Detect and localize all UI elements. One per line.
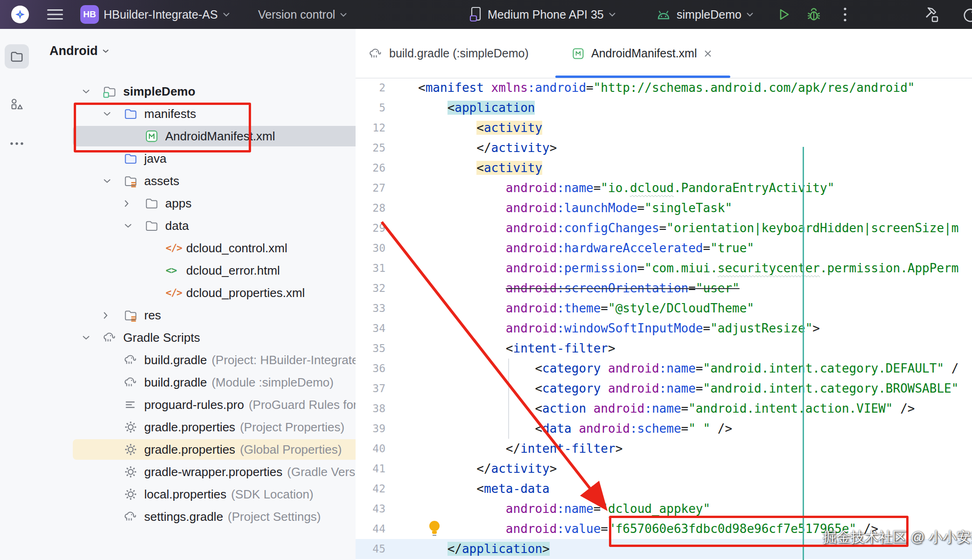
- code-area[interactable]: 2<manifest xmlns:android="http://schemas…: [356, 78, 972, 559]
- line-number: 28: [356, 198, 389, 218]
- app-logo-button[interactable]: [11, 6, 29, 23]
- chevron-down-icon[interactable]: [103, 111, 124, 117]
- line-number: 5: [356, 98, 389, 118]
- tree-item-simpledemo[interactable]: simpleDemo: [34, 80, 356, 103]
- tree-item-build-gradle[interactable]: build.gradle(Module :simpleDemo): [34, 371, 356, 394]
- code-line-38[interactable]: 38 <action android:name="android.intent.…: [356, 399, 972, 419]
- tree-item-assets[interactable]: assets: [34, 170, 356, 192]
- tree-item-manifests[interactable]: manifests: [34, 103, 356, 125]
- chevron-down-icon[interactable]: [103, 179, 124, 184]
- code-text: android:permission="com.miui.securitycen…: [389, 258, 958, 278]
- code-line-2[interactable]: 2<manifest xmlns:android="http://schemas…: [356, 78, 972, 98]
- folder-gray-icon: [145, 196, 165, 210]
- more-tool-windows-button[interactable]: [5, 131, 29, 156]
- code-line-30[interactable]: 30 android:hardwareAccelerated="true": [356, 238, 972, 258]
- project-view-selector[interactable]: Android: [49, 44, 109, 58]
- gradle-elephant-icon: [124, 510, 144, 524]
- code-line-12[interactable]: 12 <activity: [356, 118, 972, 138]
- close-icon[interactable]: [703, 49, 713, 58]
- tree-item-gradle-properties[interactable]: gradle.properties(Global Properties): [34, 438, 356, 461]
- more-actions-button[interactable]: [843, 6, 847, 23]
- code-line-41[interactable]: 41 </activity>: [356, 459, 972, 479]
- line-number: 26: [356, 158, 389, 178]
- tree-item-label: Gradle Scripts: [123, 331, 200, 345]
- tree-item-res[interactable]: res: [34, 304, 356, 326]
- resource-manager-tool-button[interactable]: [5, 92, 29, 117]
- code-line-32[interactable]: 32 android:screenOrientation="user": [356, 278, 972, 298]
- gradle-elephant-icon: [369, 47, 383, 61]
- chevron-right-icon[interactable]: [124, 200, 145, 207]
- code-line-39[interactable]: 39 <data android:scheme=" " />: [356, 419, 972, 439]
- tree-item-dcloud-control-xml[interactable]: </>dcloud_control.xml: [34, 237, 356, 259]
- tree-item-proguard-rules-pro[interactable]: proguard-rules.pro(ProGuard Rules for ":…: [34, 394, 356, 416]
- tree-item-label: dcloud_error.html: [186, 263, 280, 278]
- code-line-40[interactable]: 40 </intent-filter>: [356, 439, 972, 459]
- chevron-right-icon[interactable]: [103, 311, 124, 319]
- chevron-down-icon[interactable]: [82, 335, 103, 340]
- code-line-34[interactable]: 34 android:windowSoftInputMode="adjustRe…: [356, 318, 972, 339]
- folder-blue-icon: [124, 152, 144, 166]
- run-config-selector[interactable]: simpleDemo: [655, 7, 754, 21]
- line-number: 39: [356, 419, 389, 439]
- proguard-lines-icon: [124, 398, 144, 411]
- code-line-43[interactable]: 43 android:name="dcloud_appkey": [356, 499, 972, 519]
- line-number: 38: [356, 399, 389, 419]
- tree-item-label: assets: [144, 174, 179, 188]
- tree-item-gradle-scripts[interactable]: Gradle Scripts: [34, 326, 356, 349]
- chevron-down-icon[interactable]: [124, 223, 145, 228]
- code-line-29[interactable]: 29 android:configChanges="orientation|ke…: [356, 218, 972, 238]
- code-line-36[interactable]: 36 <category android:name="android.inten…: [356, 359, 972, 379]
- tree-item-label: AndroidManifest.xml: [165, 129, 275, 144]
- tab-androidmanifest[interactable]: AndroidManifest.xml: [572, 29, 713, 78]
- project-badge: HB: [80, 5, 99, 24]
- code-line-5[interactable]: 5 <application: [356, 98, 972, 118]
- tree-item-dcloud-error-html[interactable]: <>dcloud_error.html: [34, 259, 356, 282]
- line-number: 45: [356, 539, 389, 559]
- code-line-31[interactable]: 31 android:permission="com.miui.security…: [356, 258, 972, 278]
- tree-item-build-gradle[interactable]: build.gradle(Project: HBuilder-Integrate…: [34, 349, 356, 371]
- tree-item-annotation: (Module :simpleDemo): [211, 375, 334, 390]
- debug-button[interactable]: [805, 6, 822, 23]
- tree-item-androidmanifest-xml[interactable]: AndroidManifest.xml: [34, 125, 356, 147]
- gear-icon: [124, 442, 144, 456]
- tree-item-data[interactable]: data: [34, 214, 356, 237]
- gear-icon: [124, 487, 144, 501]
- more-vertical-icon: [843, 6, 847, 23]
- code-line-35[interactable]: 35 <intent-filter>: [356, 339, 972, 359]
- code-line-37[interactable]: 37 <category android:name="android.inten…: [356, 379, 972, 399]
- build-button[interactable]: [922, 5, 941, 24]
- project-widget[interactable]: HB HBuilder-Integrate-AS: [80, 5, 230, 24]
- code-line-27[interactable]: 27 android:name="io.dcloud.PandoraEntryA…: [356, 178, 972, 198]
- code-line-25[interactable]: 25 </activity>: [356, 138, 972, 158]
- tree-item-apps[interactable]: apps: [34, 192, 356, 214]
- tab-build-gradle[interactable]: build.gradle (:simpleDemo): [369, 29, 529, 78]
- tree-item-settings-gradle[interactable]: settings.gradle(Project Settings): [34, 505, 356, 528]
- tree-item-label: data: [165, 219, 189, 233]
- tree-item-gradle-properties[interactable]: gradle.properties(Project Properties): [34, 416, 356, 438]
- run-icon: [776, 7, 791, 22]
- project-tool-button[interactable]: [5, 44, 29, 69]
- sync-button[interactable]: [960, 5, 972, 24]
- device-selector[interactable]: Medium Phone API 35: [469, 7, 616, 22]
- main-menu-button[interactable]: [47, 8, 63, 21]
- code-line-42[interactable]: 42 <meta-data: [356, 479, 972, 499]
- line-number: 41: [356, 459, 389, 479]
- tree-item-label: manifests: [144, 107, 196, 121]
- code-text: <category android:name="android.intent.c…: [389, 379, 958, 399]
- run-button[interactable]: [776, 7, 791, 22]
- tree-item-java[interactable]: java: [34, 147, 356, 170]
- code-text: </activity>: [389, 459, 557, 479]
- vcs-widget[interactable]: Version control: [258, 8, 347, 21]
- code-line-26[interactable]: 26 <activity: [356, 158, 972, 178]
- code-line-33[interactable]: 33 android:theme="@style/DCloudTheme": [356, 298, 972, 318]
- code-line-28[interactable]: 28 android:launchMode="singleTask": [356, 198, 972, 218]
- chevron-down-icon[interactable]: [82, 89, 103, 94]
- vcs-label: Version control: [258, 8, 335, 21]
- android-head-icon: [655, 7, 672, 21]
- intention-bulb-icon[interactable]: [427, 519, 442, 540]
- tree-item-dcloud-properties-xml[interactable]: </>dcloud_properties.xml: [34, 282, 356, 304]
- tree-item-label: gradle.properties: [144, 420, 235, 435]
- tree-item-gradle-wrapper-properties[interactable]: gradle-wrapper.properties(Gradle Version…: [34, 461, 356, 483]
- tree-item-local-properties[interactable]: local.properties(SDK Location): [34, 483, 356, 505]
- tree-item-label: java: [144, 152, 167, 166]
